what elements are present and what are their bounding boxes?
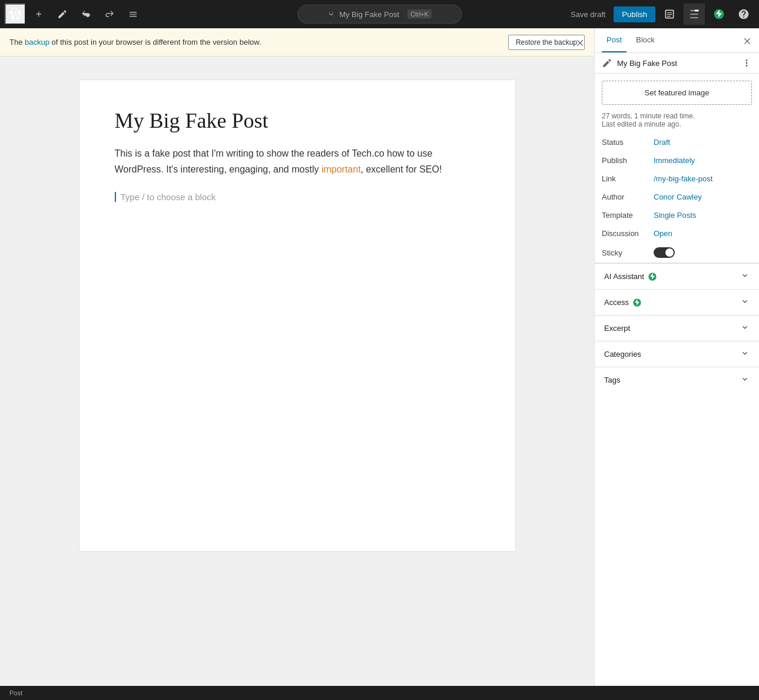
categories-panel: Categories: [595, 341, 759, 367]
categories-panel-header-left: Categories: [604, 350, 641, 359]
excerpt-panel-header[interactable]: Excerpt: [595, 316, 759, 341]
post-content-text2: , excellent for SEO!: [361, 164, 442, 174]
publish-button[interactable]: Publish: [614, 6, 655, 22]
publish-label: Publish: [602, 156, 649, 165]
backup-notice-text: The backup of this post in your browser …: [9, 38, 501, 47]
ai-assistant-panel-header[interactable]: AI Assistant: [595, 264, 759, 289]
excerpt-panel-header-left: Excerpt: [604, 324, 630, 333]
word-count-section: 27 words, 1 minute read time. Last edite…: [595, 112, 759, 133]
backup-notice: The backup of this post in your browser …: [0, 28, 594, 57]
author-row: Author Conor Cawley: [595, 188, 759, 206]
help-button[interactable]: [733, 4, 754, 25]
access-icon: [632, 298, 642, 307]
backup-notice-close-button[interactable]: [573, 35, 587, 49]
sidebar: Post Block My Big Fake Post: [594, 28, 759, 700]
ai-assistant-panel-header-left: AI Assistant: [604, 272, 657, 281]
access-panel-header[interactable]: Access: [595, 290, 759, 315]
tools-button[interactable]: [52, 4, 73, 25]
search-post-title: My Big Fake Post: [339, 10, 399, 19]
set-featured-image-button[interactable]: Set featured image: [602, 81, 752, 105]
ai-assistant-chevron-icon: [740, 271, 750, 282]
link-label: Link: [602, 174, 649, 183]
backup-link[interactable]: backup: [25, 38, 49, 47]
status-bar: Post: [0, 686, 759, 700]
template-value[interactable]: Single Posts: [654, 211, 696, 220]
save-draft-button[interactable]: Save draft: [566, 6, 610, 22]
access-chevron-icon: [740, 297, 750, 308]
discussion-row: Discussion Open: [595, 224, 759, 243]
discussion-label: Discussion: [602, 229, 649, 238]
meta-section: Status Draft Publish Immediately Link /m…: [595, 133, 759, 263]
sidebar-close-button[interactable]: [743, 36, 752, 45]
status-label: Status: [602, 138, 649, 147]
discussion-value[interactable]: Open: [654, 229, 672, 238]
toolbar: My Big Fake Post Ctrl+K Save draft Publi…: [0, 0, 759, 28]
undo-button[interactable]: [75, 4, 97, 25]
link-value[interactable]: /my-big-fake-post: [654, 174, 712, 183]
editor-area: The backup of this post in your browser …: [0, 28, 594, 700]
command-palette[interactable]: My Big Fake Post Ctrl+K: [297, 5, 462, 24]
editor-canvas: My Big Fake Post This is a fake post tha…: [79, 80, 515, 551]
status-bar-label: Post: [9, 689, 22, 696]
main-layout: The backup of this post in your browser …: [0, 28, 759, 700]
settings-toggle-button[interactable]: [684, 4, 705, 25]
svg-rect-0: [695, 10, 699, 12]
ai-assistant-icon: [648, 272, 657, 281]
post-content-highlight: important: [322, 164, 361, 174]
post-icon: [602, 58, 612, 68]
access-panel-header-left: Access: [604, 298, 642, 307]
categories-chevron-icon: [740, 349, 750, 360]
wp-logo-button[interactable]: [5, 4, 26, 25]
sticky-label: Sticky: [602, 248, 649, 257]
sidebar-tabs: Post Block: [595, 28, 759, 53]
jetpack-button[interactable]: [708, 4, 730, 25]
access-panel: Access: [595, 289, 759, 315]
tags-panel: Tags: [595, 367, 759, 393]
status-value[interactable]: Draft: [654, 138, 670, 147]
block-placeholder[interactable]: Type / to choose a block: [115, 192, 480, 202]
template-row: Template Single Posts: [595, 206, 759, 224]
excerpt-chevron-icon: [740, 323, 750, 334]
categories-panel-header[interactable]: Categories: [595, 341, 759, 367]
toolbar-right: Save draft Publish: [566, 4, 754, 25]
categories-label: Categories: [604, 350, 641, 359]
author-value[interactable]: Conor Cawley: [654, 193, 702, 201]
ai-assistant-label: AI Assistant: [604, 272, 644, 281]
view-button[interactable]: [659, 4, 680, 25]
ai-assistant-panel: AI Assistant: [595, 263, 759, 289]
sticky-toggle[interactable]: [654, 247, 675, 258]
template-label: Template: [602, 211, 649, 220]
sticky-row: Sticky: [595, 243, 759, 263]
search-shortcut: Ctrl+K: [407, 9, 432, 19]
link-row: Link /my-big-fake-post: [595, 170, 759, 188]
last-edited-text: Last edited a minute ago.: [602, 120, 752, 128]
word-count-text: 27 words, 1 minute read time.: [602, 112, 752, 120]
publish-value[interactable]: Immediately: [654, 156, 695, 165]
sidebar-post-title: My Big Fake Post: [617, 59, 737, 68]
post-title[interactable]: My Big Fake Post: [115, 108, 480, 134]
sidebar-post-menu-button[interactable]: [741, 58, 752, 68]
tags-panel-header-left: Tags: [604, 376, 620, 384]
redo-button[interactable]: [99, 4, 120, 25]
tags-label: Tags: [604, 376, 620, 384]
publish-row: Publish Immediately: [595, 151, 759, 170]
author-label: Author: [602, 193, 649, 201]
list-view-button[interactable]: [122, 4, 144, 25]
status-row: Status Draft: [595, 133, 759, 151]
post-content[interactable]: This is a fake post that I'm writing to …: [115, 145, 480, 177]
tab-block[interactable]: Block: [631, 28, 659, 52]
add-block-button[interactable]: [28, 4, 49, 25]
access-label: Access: [604, 298, 629, 307]
tags-chevron-icon: [740, 374, 750, 386]
sidebar-post-header: My Big Fake Post: [595, 53, 759, 74]
tags-panel-header[interactable]: Tags: [595, 367, 759, 393]
tab-post[interactable]: Post: [602, 28, 627, 52]
excerpt-panel: Excerpt: [595, 315, 759, 341]
excerpt-label: Excerpt: [604, 324, 630, 333]
